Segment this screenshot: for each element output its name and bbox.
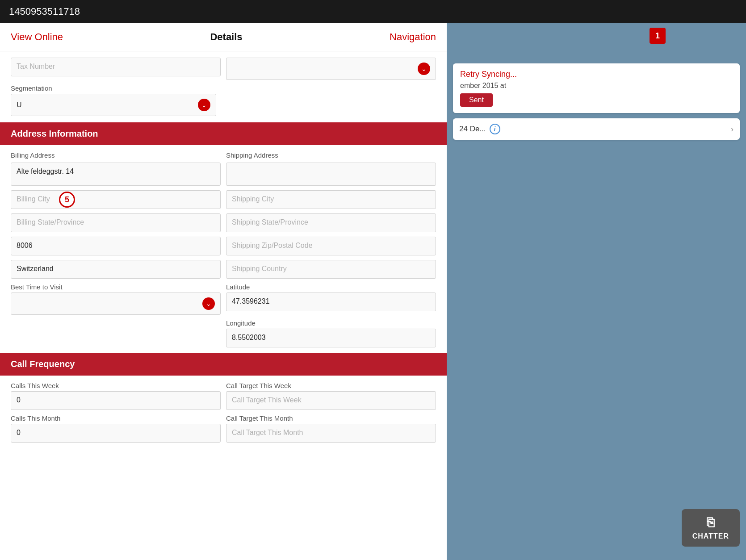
shipping-state-input[interactable]: Shipping State/Province	[226, 213, 436, 232]
tax-row: Tax Number ⌄	[0, 58, 447, 80]
navigation-link[interactable]: Navigation	[390, 31, 436, 43]
billing-country-input[interactable]: Switzerland	[11, 260, 221, 279]
latitude-input[interactable]: 47.3596231	[226, 293, 436, 311]
call-target-week-label: Call Target This Week	[226, 382, 436, 389]
retry-syncing-text[interactable]: Retry Syncing...	[460, 70, 733, 79]
latitude-group: Latitude 47.3596231	[226, 283, 436, 315]
longitude-row: Longitude 8.5502003	[0, 319, 447, 347]
country-row: Switzerland Shipping Country	[0, 260, 447, 279]
segmentation-value: U	[17, 101, 22, 109]
calls-month-input[interactable]: 0	[11, 424, 221, 443]
shipping-address-label: Shipping Address	[226, 151, 436, 159]
call-target-week-group: Call Target This Week Call Target This W…	[226, 382, 436, 410]
top-bar: 1450953511718	[0, 0, 746, 23]
calls-month-row: Calls This Month 0 Call Target This Mont…	[0, 414, 447, 443]
best-time-latitude-row: Best Time to Visit ⌄ Latitude 47.3596231	[0, 283, 447, 315]
city-row: Billing City 5 Shipping City	[0, 190, 447, 209]
address-labels-row: Billing Address Shipping Address	[0, 151, 447, 161]
notification-badge: 1	[650, 28, 666, 44]
form-content: Tax Number ⌄ Segmentation U ⌄	[0, 58, 447, 443]
date-row[interactable]: 24 De... i ›	[453, 118, 740, 140]
shipping-country-input[interactable]: Shipping Country	[226, 260, 436, 279]
calls-month-group: Calls This Month 0	[11, 414, 221, 443]
call-target-month-group: Call Target This Month Call Target This …	[226, 414, 436, 443]
billing-state-input[interactable]: Billing State/Province	[11, 213, 221, 232]
date-text: ember 2015 at	[460, 82, 733, 90]
tax-dropdown-group: ⌄	[226, 58, 436, 80]
info-icon[interactable]: i	[490, 124, 500, 134]
shipping-address-input[interactable]	[226, 163, 436, 186]
tax-dropdown[interactable]: ⌄	[226, 58, 436, 80]
billing-address-input[interactable]: Alte feldeggstr. 14	[11, 163, 221, 186]
retry-syncing-card: Retry Syncing... ember 2015 at Sent	[453, 63, 740, 113]
calls-week-group: Calls This Week 0	[11, 382, 221, 410]
call-target-week-input[interactable]: Call Target This Week	[226, 391, 436, 410]
segmentation-row: Segmentation U ⌄	[0, 84, 447, 116]
address-section-label: Address Information	[11, 129, 98, 138]
best-time-label: Best Time to Visit	[11, 283, 221, 291]
address-inputs-row: Alte feldeggstr. 14	[0, 163, 447, 186]
chatter-label: CHATTER	[692, 532, 729, 540]
app-id: 1450953511718	[9, 6, 80, 17]
nav-bar: View Online Details Navigation	[0, 23, 447, 51]
chatter-button[interactable]: ⎘ CHATTER	[682, 509, 740, 547]
state-row: Billing State/Province Shipping State/Pr…	[0, 213, 447, 232]
sent-badge: Sent	[460, 93, 493, 107]
best-time-dropdown[interactable]: ⌄	[11, 293, 221, 315]
call-target-month-label: Call Target This Month	[226, 414, 436, 422]
page-title: Details	[210, 31, 242, 43]
segmentation-dropdown[interactable]: U ⌄	[11, 94, 216, 116]
view-online-link[interactable]: View Online	[11, 31, 63, 43]
calls-month-label: Calls This Month	[11, 414, 221, 422]
best-time-dropdown-arrow[interactable]: ⌄	[202, 297, 215, 310]
address-section-header: Address Information	[0, 122, 447, 145]
date-label: 24 De...	[459, 125, 486, 134]
longitude-group: Longitude 8.5502003	[226, 319, 436, 347]
longitude-input[interactable]: 8.5502003	[226, 329, 436, 347]
step-badge: 5	[59, 192, 75, 208]
zip-row: 8006 Shipping Zip/Postal Code	[0, 237, 447, 255]
calls-week-row: Calls This Week 0 Call Target This Week …	[0, 382, 447, 410]
phone-icon: ⎘	[707, 515, 715, 530]
tax-number-group: Tax Number	[11, 58, 221, 80]
best-time-group: Best Time to Visit ⌄	[11, 283, 221, 315]
billing-zip-input[interactable]: 8006	[11, 237, 221, 255]
call-frequency-label: Call Frequency	[11, 359, 75, 369]
billing-city-input[interactable]: Billing City	[11, 190, 221, 209]
shipping-city-input[interactable]: Shipping City	[226, 190, 436, 209]
shipping-zip-input[interactable]: Shipping Zip/Postal Code	[226, 237, 436, 255]
call-target-month-input[interactable]: Call Target This Month	[226, 424, 436, 443]
call-frequency-section-header: Call Frequency	[0, 353, 447, 376]
side-panel: 1 Retry Syncing... ember 2015 at Sent 24…	[447, 23, 746, 560]
tax-number-input[interactable]: Tax Number	[11, 58, 221, 76]
chevron-right-icon[interactable]: ›	[731, 125, 733, 134]
tax-dropdown-arrow[interactable]: ⌄	[418, 63, 430, 75]
billing-address-label: Billing Address	[11, 151, 221, 159]
calls-week-label: Calls This Week	[11, 382, 221, 389]
segmentation-label: Segmentation	[11, 84, 436, 92]
segmentation-dropdown-arrow[interactable]: ⌄	[198, 99, 210, 111]
latitude-label: Latitude	[226, 283, 436, 291]
form-panel: View Online Details Navigation Tax Numbe…	[0, 23, 447, 560]
billing-city-container: Billing City 5	[11, 190, 221, 209]
longitude-label: Longitude	[226, 319, 436, 327]
calls-week-input[interactable]: 0	[11, 391, 221, 410]
